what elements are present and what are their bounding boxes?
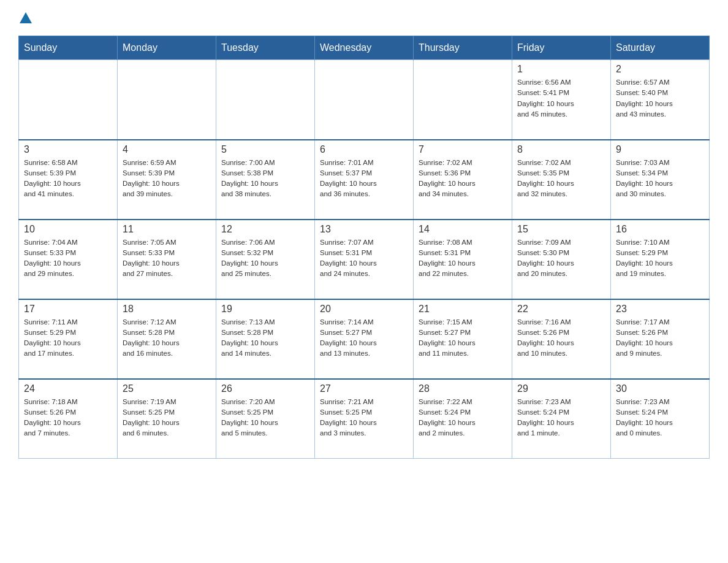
day-number: 20	[320, 304, 408, 315]
day-info: Sunrise: 7:03 AM Sunset: 5:34 PM Dayligh…	[616, 158, 704, 200]
calendar-cell	[315, 60, 414, 140]
calendar-week-row: 24Sunrise: 7:18 AM Sunset: 5:26 PM Dayli…	[19, 379, 710, 459]
day-info: Sunrise: 7:14 AM Sunset: 5:27 PM Dayligh…	[320, 317, 408, 359]
weekday-header-tuesday: Tuesday	[216, 36, 315, 60]
calendar-cell: 30Sunrise: 7:23 AM Sunset: 5:24 PM Dayli…	[611, 379, 710, 459]
day-info: Sunrise: 7:06 AM Sunset: 5:32 PM Dayligh…	[221, 237, 309, 280]
day-info: Sunrise: 7:01 AM Sunset: 5:37 PM Dayligh…	[320, 158, 408, 200]
calendar-cell: 29Sunrise: 7:23 AM Sunset: 5:24 PM Dayli…	[512, 379, 611, 459]
calendar-cell: 15Sunrise: 7:09 AM Sunset: 5:30 PM Dayli…	[512, 220, 611, 299]
day-number: 28	[419, 383, 507, 394]
day-number: 5	[221, 144, 309, 155]
day-number: 26	[221, 383, 309, 394]
day-info: Sunrise: 7:05 AM Sunset: 5:33 PM Dayligh…	[123, 237, 211, 280]
calendar-cell: 21Sunrise: 7:15 AM Sunset: 5:27 PM Dayli…	[414, 299, 512, 379]
day-info: Sunrise: 7:00 AM Sunset: 5:38 PM Dayligh…	[221, 158, 309, 200]
page-header	[18, 12, 710, 23]
day-info: Sunrise: 6:58 AM Sunset: 5:39 PM Dayligh…	[24, 158, 112, 200]
day-number: 21	[419, 304, 507, 315]
calendar-cell	[19, 60, 118, 140]
calendar-cell: 18Sunrise: 7:12 AM Sunset: 5:28 PM Dayli…	[118, 299, 216, 379]
day-number: 8	[517, 144, 605, 155]
day-number: 23	[616, 304, 704, 315]
calendar-cell: 22Sunrise: 7:16 AM Sunset: 5:26 PM Dayli…	[512, 299, 611, 379]
day-info: Sunrise: 6:59 AM Sunset: 5:39 PM Dayligh…	[123, 158, 211, 200]
day-number: 11	[123, 224, 211, 235]
day-number: 25	[123, 383, 211, 394]
day-info: Sunrise: 7:23 AM Sunset: 5:24 PM Dayligh…	[616, 397, 704, 439]
day-number: 29	[517, 383, 605, 394]
weekday-header-wednesday: Wednesday	[315, 36, 414, 60]
day-info: Sunrise: 7:02 AM Sunset: 5:36 PM Dayligh…	[419, 158, 507, 200]
day-info: Sunrise: 7:12 AM Sunset: 5:28 PM Dayligh…	[123, 317, 211, 359]
calendar-week-row: 1Sunrise: 6:56 AM Sunset: 5:41 PM Daylig…	[19, 60, 710, 140]
logo-triangle-icon	[20, 12, 32, 23]
day-info: Sunrise: 7:19 AM Sunset: 5:25 PM Dayligh…	[123, 397, 211, 439]
calendar-cell: 8Sunrise: 7:02 AM Sunset: 5:35 PM Daylig…	[512, 140, 611, 220]
day-info: Sunrise: 7:09 AM Sunset: 5:30 PM Dayligh…	[517, 237, 605, 280]
calendar-cell: 26Sunrise: 7:20 AM Sunset: 5:25 PM Dayli…	[216, 379, 315, 459]
day-info: Sunrise: 7:16 AM Sunset: 5:26 PM Dayligh…	[517, 317, 605, 359]
day-info: Sunrise: 7:02 AM Sunset: 5:35 PM Dayligh…	[517, 158, 605, 200]
day-info: Sunrise: 7:07 AM Sunset: 5:31 PM Dayligh…	[320, 237, 408, 280]
logo	[18, 12, 33, 23]
calendar-cell: 4Sunrise: 6:59 AM Sunset: 5:39 PM Daylig…	[118, 140, 216, 220]
day-info: Sunrise: 7:04 AM Sunset: 5:33 PM Dayligh…	[24, 237, 112, 280]
weekday-header-friday: Friday	[512, 36, 611, 60]
day-number: 9	[616, 144, 704, 155]
calendar-cell: 1Sunrise: 6:56 AM Sunset: 5:41 PM Daylig…	[512, 60, 611, 140]
calendar-cell: 28Sunrise: 7:22 AM Sunset: 5:24 PM Dayli…	[414, 379, 512, 459]
weekday-header-saturday: Saturday	[611, 36, 710, 60]
calendar-cell: 16Sunrise: 7:10 AM Sunset: 5:29 PM Dayli…	[611, 220, 710, 299]
calendar-cell: 19Sunrise: 7:13 AM Sunset: 5:28 PM Dayli…	[216, 299, 315, 379]
calendar-cell	[414, 60, 512, 140]
calendar-cell: 12Sunrise: 7:06 AM Sunset: 5:32 PM Dayli…	[216, 220, 315, 299]
calendar-cell: 23Sunrise: 7:17 AM Sunset: 5:26 PM Dayli…	[611, 299, 710, 379]
calendar-cell: 25Sunrise: 7:19 AM Sunset: 5:25 PM Dayli…	[118, 379, 216, 459]
day-number: 2	[616, 64, 704, 75]
day-info: Sunrise: 7:22 AM Sunset: 5:24 PM Dayligh…	[419, 397, 507, 439]
calendar-cell	[118, 60, 216, 140]
weekday-header-row: SundayMondayTuesdayWednesdayThursdayFrid…	[19, 36, 710, 60]
calendar-cell: 13Sunrise: 7:07 AM Sunset: 5:31 PM Dayli…	[315, 220, 414, 299]
day-info: Sunrise: 7:10 AM Sunset: 5:29 PM Dayligh…	[616, 237, 704, 280]
calendar-cell: 10Sunrise: 7:04 AM Sunset: 5:33 PM Dayli…	[19, 220, 118, 299]
calendar-cell: 20Sunrise: 7:14 AM Sunset: 5:27 PM Dayli…	[315, 299, 414, 379]
calendar-cell: 14Sunrise: 7:08 AM Sunset: 5:31 PM Dayli…	[414, 220, 512, 299]
day-info: Sunrise: 6:56 AM Sunset: 5:41 PM Dayligh…	[517, 77, 605, 120]
calendar-cell: 2Sunrise: 6:57 AM Sunset: 5:40 PM Daylig…	[611, 60, 710, 140]
calendar-cell: 24Sunrise: 7:18 AM Sunset: 5:26 PM Dayli…	[19, 379, 118, 459]
day-number: 15	[517, 224, 605, 235]
day-number: 13	[320, 224, 408, 235]
day-info: Sunrise: 6:57 AM Sunset: 5:40 PM Dayligh…	[616, 77, 704, 120]
day-number: 1	[517, 64, 605, 75]
day-number: 12	[221, 224, 309, 235]
calendar-cell: 6Sunrise: 7:01 AM Sunset: 5:37 PM Daylig…	[315, 140, 414, 220]
weekday-header-monday: Monday	[118, 36, 216, 60]
day-info: Sunrise: 7:08 AM Sunset: 5:31 PM Dayligh…	[419, 237, 507, 280]
day-number: 14	[419, 224, 507, 235]
day-info: Sunrise: 7:17 AM Sunset: 5:26 PM Dayligh…	[616, 317, 704, 359]
day-number: 30	[616, 383, 704, 394]
day-number: 16	[616, 224, 704, 235]
calendar-cell: 9Sunrise: 7:03 AM Sunset: 5:34 PM Daylig…	[611, 140, 710, 220]
weekday-header-thursday: Thursday	[414, 36, 512, 60]
calendar-cell: 5Sunrise: 7:00 AM Sunset: 5:38 PM Daylig…	[216, 140, 315, 220]
day-number: 7	[419, 144, 507, 155]
day-info: Sunrise: 7:18 AM Sunset: 5:26 PM Dayligh…	[24, 397, 112, 439]
day-info: Sunrise: 7:21 AM Sunset: 5:25 PM Dayligh…	[320, 397, 408, 439]
calendar-cell: 7Sunrise: 7:02 AM Sunset: 5:36 PM Daylig…	[414, 140, 512, 220]
day-number: 3	[24, 144, 112, 155]
calendar-cell	[216, 60, 315, 140]
calendar-cell: 3Sunrise: 6:58 AM Sunset: 5:39 PM Daylig…	[19, 140, 118, 220]
day-info: Sunrise: 7:13 AM Sunset: 5:28 PM Dayligh…	[221, 317, 309, 359]
day-info: Sunrise: 7:20 AM Sunset: 5:25 PM Dayligh…	[221, 397, 309, 439]
calendar-table: SundayMondayTuesdayWednesdayThursdayFrid…	[18, 36, 710, 459]
calendar-week-row: 3Sunrise: 6:58 AM Sunset: 5:39 PM Daylig…	[19, 140, 710, 220]
calendar-cell: 17Sunrise: 7:11 AM Sunset: 5:29 PM Dayli…	[19, 299, 118, 379]
calendar-cell: 11Sunrise: 7:05 AM Sunset: 5:33 PM Dayli…	[118, 220, 216, 299]
day-number: 27	[320, 383, 408, 394]
day-number: 22	[517, 304, 605, 315]
day-number: 18	[123, 304, 211, 315]
day-info: Sunrise: 7:11 AM Sunset: 5:29 PM Dayligh…	[24, 317, 112, 359]
